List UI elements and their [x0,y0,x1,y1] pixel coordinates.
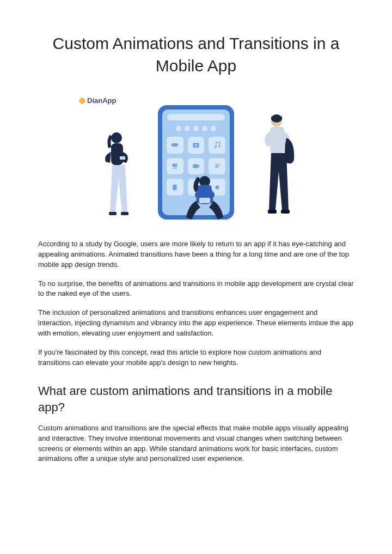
paragraph-4: If you're fascinated by this concept, re… [38,348,354,368]
section-heading: What are custom animations and transitio… [38,383,354,415]
section-body: Custom animations and transitions are th… [38,423,354,464]
svg-point-6 [175,168,176,169]
svg-rect-11 [173,185,177,190]
svg-point-4 [218,146,220,148]
intro-text: According to a study by Google, users ar… [38,239,354,368]
paragraph-3: The inclusion of personalized animations… [38,308,354,339]
svg-rect-22 [281,210,290,214]
cart-icon [167,158,183,175]
brand-text: DianApp [87,96,116,105]
video-icon [188,158,205,175]
person-sitting-icon [183,174,226,223]
svg-rect-18 [121,212,128,215]
brand-icon [78,96,86,104]
paragraph-2: To no surprise, the benefits of animatio… [38,279,354,300]
svg-point-14 [111,132,122,143]
svg-rect-17 [109,212,117,215]
paragraph-1: According to a study by Google, users ar… [38,239,354,270]
svg-rect-24 [199,198,210,203]
svg-point-5 [173,168,174,169]
gamepad-icon [167,137,183,154]
person-right-icon [257,113,301,222]
document-icon [167,179,183,196]
svg-rect-15 [111,143,123,165]
svg-point-3 [215,147,216,148]
calculator-icon [209,158,225,175]
hero-illustration: DianApp [38,93,354,224]
svg-rect-20 [270,127,284,153]
svg-point-2 [195,144,197,147]
svg-rect-7 [193,165,198,168]
svg-rect-16 [120,156,125,160]
svg-rect-21 [268,210,277,214]
music-icon [209,137,225,154]
page-title: Custom Animations and Transitions in a M… [38,33,354,77]
svg-rect-0 [171,144,178,147]
camera-icon [188,137,205,154]
person-left-icon [99,130,137,222]
brand-logo: DianApp [79,96,116,105]
